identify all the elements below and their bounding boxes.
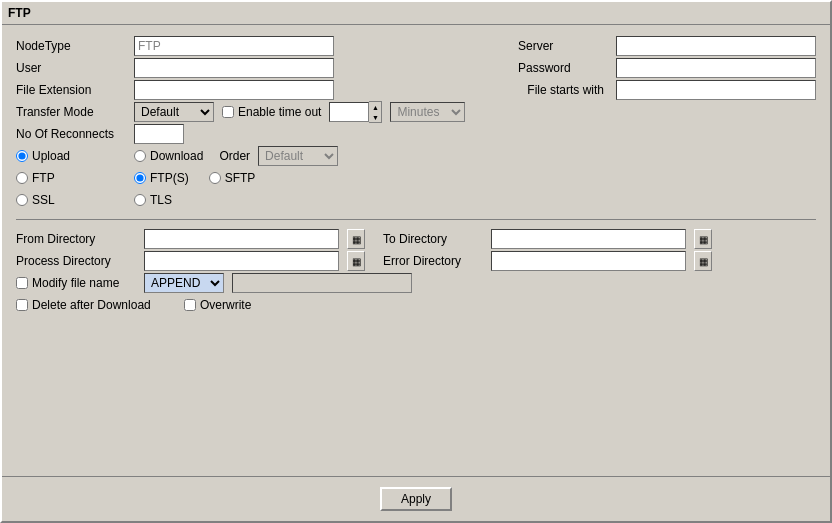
process-dir-browse-btn[interactable]: ▦ [347, 251, 365, 271]
enable-timeout-label: Enable time out [238, 105, 321, 119]
ssl-tls-row: SSL TLS [16, 189, 816, 211]
timeout-input[interactable] [329, 102, 369, 122]
from-dir-browse-btn[interactable]: ▦ [347, 229, 365, 249]
file-extension-label: File Extension [16, 83, 126, 97]
order-select[interactable]: Default [258, 146, 338, 166]
overwrite-checkbox[interactable] [184, 299, 196, 311]
error-dir-input[interactable] [491, 251, 686, 271]
file-extension-input[interactable] [134, 80, 334, 100]
ssl-radio[interactable] [16, 194, 28, 206]
ftp-radio-label[interactable]: FTP [16, 171, 126, 185]
dir-row1: From Directory ▦ To Directory ▦ [16, 228, 816, 250]
append-text-input[interactable] [232, 273, 412, 293]
timeout-spinner: ▲ ▼ [329, 101, 382, 123]
password-label: Password [518, 61, 608, 75]
no-reconnects-label: No Of Reconnects [16, 127, 126, 141]
from-dir-label: From Directory [16, 232, 136, 246]
spinner-down[interactable]: ▼ [369, 112, 381, 122]
spinner-buttons: ▲ ▼ [369, 101, 382, 123]
sftp-label: SFTP [225, 171, 256, 185]
upload-download-row: Upload Download Order Default [16, 145, 816, 167]
delete-overwrite-row: Delete after Download Overwrite [16, 294, 816, 316]
server-input[interactable] [616, 36, 816, 56]
transfer-mode-row: Transfer Mode Default Enable time out ▲ … [16, 101, 816, 123]
overwrite-label: Overwrite [200, 298, 251, 312]
upload-radio-label[interactable]: Upload [16, 149, 126, 163]
title-bar: FTP [2, 2, 830, 25]
file-starts-label: File starts with [527, 83, 604, 97]
append-select[interactable]: APPEND [144, 273, 224, 293]
sftp-radio-label[interactable]: SFTP [209, 171, 256, 185]
tls-label: TLS [150, 193, 172, 207]
file-starts-input[interactable] [616, 80, 816, 100]
process-dir-label: Process Directory [16, 254, 136, 268]
tls-radio[interactable] [134, 194, 146, 206]
no-reconnects-input[interactable] [134, 124, 184, 144]
ftps-label: FTP(S) [150, 171, 189, 185]
server-label: Server [518, 39, 608, 53]
ftps-radio[interactable] [134, 172, 146, 184]
transfer-mode-label: Transfer Mode [16, 105, 126, 119]
process-dir-input[interactable] [144, 251, 339, 271]
nodetype-server-row: NodeType Server [16, 35, 816, 57]
nodetype-input[interactable] [134, 36, 334, 56]
enable-timeout-checkbox-label[interactable]: Enable time out [222, 105, 321, 119]
apply-button[interactable]: Apply [380, 487, 452, 511]
user-input[interactable] [134, 58, 334, 78]
ssl-radio-label[interactable]: SSL [16, 193, 126, 207]
bottom-bar: Apply [2, 476, 830, 521]
dir-row2: Process Directory ▦ Error Directory ▦ [16, 250, 816, 272]
ftp-window: FTP NodeType Server User Password File E… [0, 0, 832, 523]
error-dir-label: Error Directory [383, 254, 483, 268]
modify-filename-checkbox-label[interactable]: Modify file name [16, 276, 136, 290]
user-password-row: User Password [16, 57, 816, 79]
enable-timeout-checkbox[interactable] [222, 106, 234, 118]
from-dir-input[interactable] [144, 229, 339, 249]
ftp-radio[interactable] [16, 172, 28, 184]
minutes-select[interactable]: Minutes [390, 102, 465, 122]
sftp-radio[interactable] [209, 172, 221, 184]
delete-after-download-checkbox[interactable] [16, 299, 28, 311]
modify-filename-label: Modify file name [32, 276, 119, 290]
ftp-label: FTP [32, 171, 55, 185]
divider [16, 219, 816, 220]
ssl-label: SSL [32, 193, 55, 207]
overwrite-checkbox-label[interactable]: Overwrite [184, 298, 251, 312]
upload-label: Upload [32, 149, 70, 163]
file-ext-row: File Extension File starts with [16, 79, 816, 101]
user-label: User [16, 61, 126, 75]
to-dir-input[interactable] [491, 229, 686, 249]
nodetype-label: NodeType [16, 39, 126, 53]
reconnects-row: No Of Reconnects [16, 123, 816, 145]
tls-radio-label[interactable]: TLS [134, 193, 172, 207]
download-radio[interactable] [134, 150, 146, 162]
error-dir-browse-btn[interactable]: ▦ [694, 251, 712, 271]
password-input[interactable] [616, 58, 816, 78]
delete-after-label: Delete after Download [32, 298, 151, 312]
form-content: NodeType Server User Password File Exten… [2, 25, 830, 476]
to-dir-label: To Directory [383, 232, 483, 246]
ftp-type-row: FTP FTP(S) SFTP [16, 167, 816, 189]
delete-after-download-label[interactable]: Delete after Download [16, 298, 176, 312]
window-title: FTP [8, 6, 31, 20]
download-radio-label[interactable]: Download [134, 149, 203, 163]
spinner-up[interactable]: ▲ [369, 102, 381, 112]
modify-filename-row: Modify file name APPEND [16, 272, 816, 294]
upload-radio[interactable] [16, 150, 28, 162]
modify-filename-checkbox[interactable] [16, 277, 28, 289]
order-label: Order [219, 149, 250, 163]
transfer-mode-select[interactable]: Default [134, 102, 214, 122]
ftps-radio-label[interactable]: FTP(S) [134, 171, 189, 185]
to-dir-browse-btn[interactable]: ▦ [694, 229, 712, 249]
download-label: Download [150, 149, 203, 163]
